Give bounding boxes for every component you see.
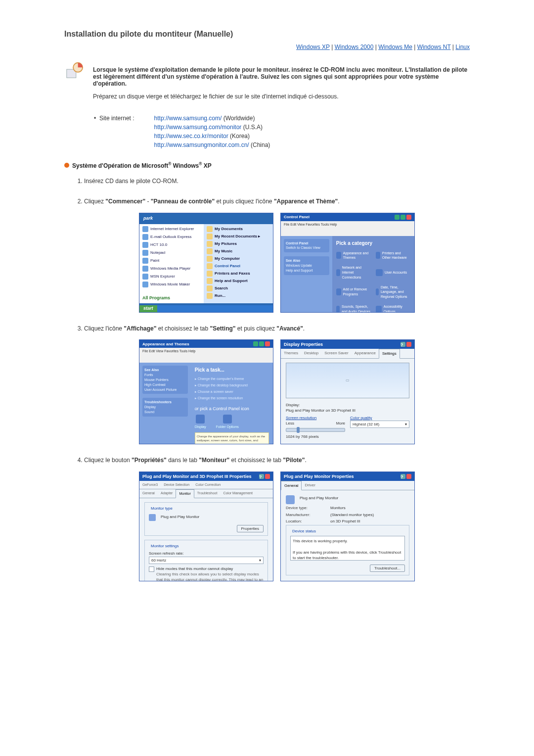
folder-options-icon (223, 415, 232, 424)
os-link-nt[interactable]: Windows NT (417, 44, 451, 50)
os-link-2000[interactable]: Windows 2000 (335, 44, 374, 50)
step-1: Insérez CD dans le pilote CO-ROM. (84, 177, 470, 186)
ie-icon (142, 226, 148, 232)
site-link-cn[interactable]: http://www.samsungmonitor.com.cn/ (154, 142, 249, 148)
screenshot-pnp-properties: Plug and Play Monitor Properties? Genera… (280, 472, 415, 581)
chevron-down-icon: ▾ (405, 422, 407, 427)
bullet-icon (64, 163, 69, 168)
display-icon (196, 415, 205, 424)
tab-settings: Settings (379, 349, 400, 358)
tab-general: General (281, 481, 302, 490)
resolution-slider (286, 428, 345, 432)
site-label: Site internet : (99, 115, 134, 122)
prepare-text: Préparez un disque vierge et téléchargez… (93, 93, 470, 100)
monitor-icon (149, 514, 156, 521)
troubleshoot-button: Troubleshoot... (345, 444, 380, 445)
monitor-preview-icon: ▭ (286, 363, 409, 398)
advanced-button: Advanced (383, 444, 409, 445)
screenshot-control-panel: Control Panel File Edit View Favorites T… (280, 213, 415, 313)
control-panel-icon (207, 263, 213, 269)
tab-monitor: Monitor (176, 489, 194, 498)
site-links: http://www.samsung.com/ (Worldwide) http… (154, 115, 270, 148)
intro-bold: Lorsque le système d'exploitation demand… (93, 66, 470, 87)
page-title: Installation du pilote du montiteur (Man… (64, 30, 470, 39)
hide-modes-checkbox (149, 567, 154, 572)
site-link-usa[interactable]: http://www.samsung.com/monitor (154, 124, 242, 131)
properties-button: Properties (237, 525, 264, 532)
start-button: start (139, 305, 157, 312)
document-cd-icon (64, 60, 84, 80)
step-4: Cliquez le bouton "Propriétés" dans le t… (84, 456, 470, 581)
refresh-rate-select: 60 Hertz▾ (149, 557, 264, 564)
site-link-ww[interactable]: http://www.samsung.com/ (154, 115, 222, 122)
os-link-me[interactable]: Windows Me (378, 44, 412, 50)
screenshot-appearance-themes: Appearance and Themes File Edit View Fav… (139, 339, 273, 444)
step-3: Cliquez l'icône "Affichage" et choisisse… (84, 325, 470, 445)
section-heading: Système d'Opération de Microsoft® Window… (64, 161, 470, 169)
os-links-row: Windows XP | Windows 2000 | Windows Me |… (64, 44, 470, 50)
os-link-xp[interactable]: Windows XP (296, 44, 330, 50)
os-link-linux[interactable]: Linux (455, 44, 470, 50)
screenshot-display-properties: Display Properties? Themes Desktop Scree… (280, 339, 415, 444)
monitor-icon (286, 495, 295, 504)
screenshot-monitor-tab: Plug and Play Monitor and 3D Prophet III… (139, 472, 273, 581)
chevron-down-icon: ▾ (259, 558, 261, 563)
startmenu-user: park (139, 213, 273, 224)
site-link-kr[interactable]: http://www.sec.co.kr/monitor (154, 133, 228, 140)
troubleshoot-button: Troubleshoot... (370, 565, 405, 572)
color-quality-select: Highest (32 bit)▾ (350, 421, 409, 428)
mail-icon (142, 234, 148, 240)
step-2: Cliquez "Commencer" - "Panneau de contrô… (84, 197, 470, 313)
screenshot-start-menu: park Internet Internet Explorer E-mail O… (139, 213, 273, 313)
